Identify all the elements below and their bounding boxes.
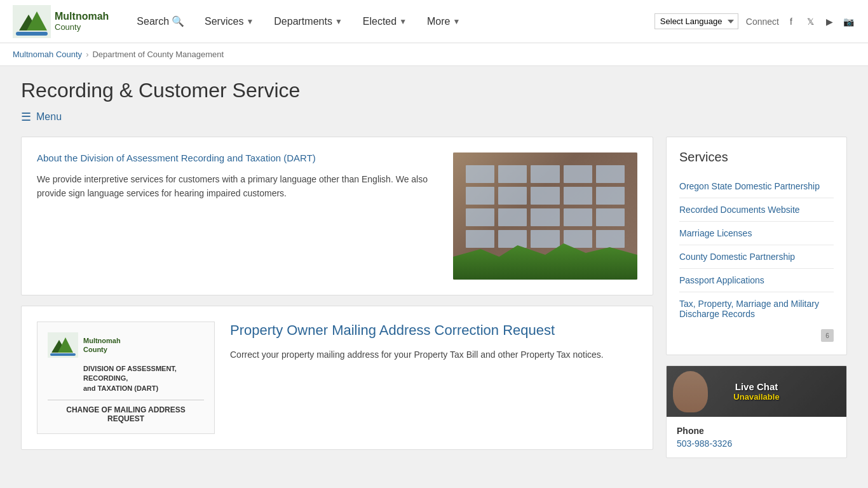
dart-logo-name-line1: Multnomah [83,337,121,344]
phone-area: Phone 503-988-3326 [667,417,846,458]
breadcrumb: Multnomah County › Department of County … [0,43,868,66]
content-layout: About the Division of Assessment Recordi… [21,137,847,458]
dart-logo-small: Multnomah County [48,332,204,358]
services-label: Services [205,16,243,27]
dart-link[interactable]: About the Division of Assessment Recordi… [37,152,440,163]
more-chevron-icon: ▼ [452,17,460,26]
chat-overlay: Live Chat Unavailable [667,366,846,417]
scroll-button-area: 6 [679,329,834,342]
departments-label: Departments [274,16,332,27]
mailing-description: Correct your property mailing address fo… [230,348,637,362]
departments-nav-item[interactable]: Departments ▼ [265,11,351,32]
instagram-icon[interactable]: 📷 [841,15,855,29]
mailing-right-panel: Property Owner Mailing Address Correctio… [230,322,637,362]
more-label: More [427,16,450,27]
chat-label: Live Chat [735,381,778,392]
main-wrapper: Recording & Customer Service ☰ Menu Abou… [8,66,860,471]
elected-label: Elected [363,16,397,27]
phone-label: Phone [677,426,836,436]
logo-subtitle: County [55,22,109,32]
services-links: Oregon State Domestic Partnership Record… [679,175,834,325]
scroll-indicator[interactable]: 6 [821,329,834,342]
service-link-1[interactable]: Recorded Documents Website [679,198,834,222]
mailing-title: Property Owner Mailing Address Correctio… [230,322,637,340]
building-image [453,152,637,280]
hamburger-icon: ☰ [21,110,31,124]
service-link-3[interactable]: County Domestic Partnership [679,245,834,269]
language-selector[interactable]: Select Language Spanish French Chinese [654,13,738,29]
service-link-5[interactable]: Tax, Property, Marriage and Military Dis… [679,292,834,325]
services-chevron-icon: ▼ [246,17,254,26]
svg-rect-3 [16,32,48,36]
youtube-icon[interactable]: ▶ [822,15,836,29]
service-link-0[interactable]: Oregon State Domestic Partnership [679,175,834,198]
search-label: Search [137,16,169,27]
service-link-2[interactable]: Marriage Licenses [679,222,834,245]
breadcrumb-separator: › [86,50,88,59]
mailing-address-card: Multnomah County DIVISION OF ASSESSMENT,… [21,306,653,450]
connect-label: Connect [746,17,779,27]
logo-icon [13,5,51,38]
search-icon: 🔍 [172,15,184,27]
services-panel: Services Oregon State Domestic Partnersh… [666,137,847,355]
main-column: About the Division of Assessment Recordi… [21,137,653,450]
search-nav-item[interactable]: Search 🔍 [128,10,193,32]
chat-panel: Live Chat Unavailable Phone 503-988-3326 [666,365,847,458]
more-nav-item[interactable]: More ▼ [418,11,469,32]
dart-description: We provide interpretive services for cus… [37,172,440,201]
menu-label: Menu [36,111,62,123]
service-link-4[interactable]: Passport Applications [679,269,834,292]
elected-chevron-icon: ▼ [399,17,407,26]
top-right-area: Select Language Spanish French Chinese C… [654,13,855,29]
phone-number[interactable]: 503-988-3326 [677,438,732,449]
site-logo[interactable]: Multnomah County [13,5,109,38]
chat-status: Unavailable [733,392,779,402]
departments-chevron-icon: ▼ [335,17,342,26]
mailing-card-inner: Multnomah County DIVISION OF ASSESSMENT,… [37,322,637,434]
facebook-icon[interactable]: f [784,15,798,29]
services-sidebar-title: Services [679,150,834,165]
breadcrumb-section: Department of County Management [92,50,224,59]
top-navigation: Multnomah County Search 🔍 Services ▼ Dep… [0,0,868,43]
change-address-text: CHANGE OF MAILING ADDRESS REQUEST [48,400,204,423]
breadcrumb-home[interactable]: Multnomah County [13,50,82,59]
dart-logo-name: Multnomah County [83,336,121,355]
dart-card: About the Division of Assessment Recordi… [21,137,653,295]
mailing-left-panel: Multnomah County DIVISION OF ASSESSMENT,… [37,322,215,434]
twitter-icon[interactable]: 𝕏 [803,15,817,29]
chat-image[interactable]: Live Chat Unavailable [667,366,846,417]
services-nav-item[interactable]: Services ▼ [196,11,262,32]
svg-rect-7 [50,353,76,356]
logo-name: Multnomah [55,10,109,22]
main-navigation: Search 🔍 Services ▼ Departments ▼ Electe… [128,10,654,32]
elected-nav-item[interactable]: Elected ▼ [354,11,416,32]
connect-area: Connect f 𝕏 ▶ 📷 [746,15,855,29]
dart-card-text: About the Division of Assessment Recordi… [37,152,440,280]
page-title: Recording & Customer Service [21,79,847,102]
dart-logo-name-line2: County [83,346,107,353]
sidebar: Services Oregon State Domestic Partnersh… [666,137,847,458]
dart-small-logo-icon [48,332,78,358]
menu-toggle[interactable]: ☰ Menu [21,110,847,124]
dart-image-area [453,152,637,280]
dart-division-text: DIVISION OF ASSESSMENT, RECORDING,and TA… [83,364,204,393]
